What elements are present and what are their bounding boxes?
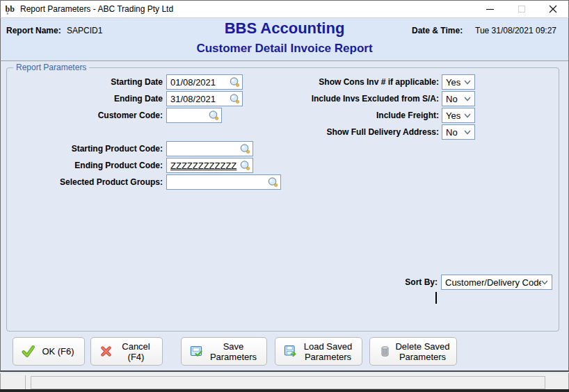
show-cons-inv-label: Show Cons Inv # if applicable: [272,74,439,90]
text-caret [435,292,437,304]
ending-date-lookup-icon[interactable] [229,93,240,104]
customer-code-lookup-icon[interactable] [208,110,219,121]
show-full-delivery-address-select[interactable]: No [442,124,475,140]
minimize-button[interactable] [474,1,506,17]
close-icon [549,5,557,13]
ending-product-code-lookup-icon[interactable] [239,160,250,171]
chevron-down-icon [541,280,548,285]
chevron-down-icon [464,80,471,85]
show-full-delivery-address-label: Show Full Delivery Address: [272,124,439,140]
save-parameters-button[interactable]: Save Parameters [181,337,267,366]
include-invs-excluded-label: Include Invs Excluded from S/A: [272,91,439,106]
report-parameters-groupbox: Report Parameters [6,67,559,332]
include-invs-excluded-select[interactable]: No [442,91,475,106]
maximize-icon [518,6,525,13]
chevron-down-icon [464,113,471,118]
groupbox-label: Report Parameters [13,63,89,72]
starting-date-lookup-icon[interactable] [229,76,240,88]
main-panel: Report Parameters Starting Date Ending D… [0,61,569,372]
window-controls [474,1,568,17]
selected-product-groups-lookup-icon[interactable] [267,177,278,188]
sort-by-select[interactable]: Customer/Delivery Code [441,275,552,290]
datetime-label: Date & Time: [412,26,463,35]
delete-saved-parameters-button[interactable]: Delete Saved Parameters [369,337,457,366]
save-icon [190,345,203,358]
window-title: Report Parameters - ABC Trading Pty Ltd [20,4,474,14]
selected-product-groups-label: Selected Product Groups: [42,174,163,190]
status-bar [0,373,569,389]
load-saved-parameters-button[interactable]: Load Saved Parameters [275,337,362,366]
ending-product-code-label: Ending Product Code: [42,158,163,173]
ending-date-label: Ending Date [42,91,163,106]
maximize-button [506,1,537,17]
status-bar-divider [25,375,26,389]
show-cons-inv-select[interactable]: Yes [442,74,475,90]
chevron-down-icon [464,130,471,135]
starting-date-label: Starting Date [42,74,163,90]
page-title: Customer Detail Invoice Report [1,42,568,56]
include-freight-label: Include Freight: [272,108,439,123]
chevron-down-icon [464,97,471,101]
ok-button[interactable]: OK (F6) [13,337,85,366]
cancel-button[interactable]: Cancel (F4) [90,337,163,366]
check-icon [22,345,35,358]
screen-bottom-edge [0,389,569,392]
include-freight-select[interactable]: Yes [442,108,475,123]
report-parameters-window: bb s Report Parameters - ABC Trading Pty… [0,0,569,392]
load-icon [284,345,297,358]
selected-product-groups-input[interactable] [166,174,281,190]
delete-icon [378,345,392,358]
titlebar: bb s Report Parameters - ABC Trading Pty… [0,0,569,18]
sort-by-label: Sort By: [362,275,438,290]
app-icon: bb s [5,3,16,15]
datetime-value: Tue 31/08/2021 09:27 [475,26,556,35]
starting-product-code-lookup-icon[interactable] [239,143,250,154]
minimize-icon [486,9,494,10]
cross-icon [99,345,113,358]
report-header: Report Name: SAPCID1 BBS Accounting Cust… [0,18,569,61]
status-bar-panel [31,376,545,389]
close-button[interactable] [537,1,568,17]
customer-code-label: Customer Code: [42,108,163,123]
starting-product-code-label: Starting Product Code: [42,141,163,156]
